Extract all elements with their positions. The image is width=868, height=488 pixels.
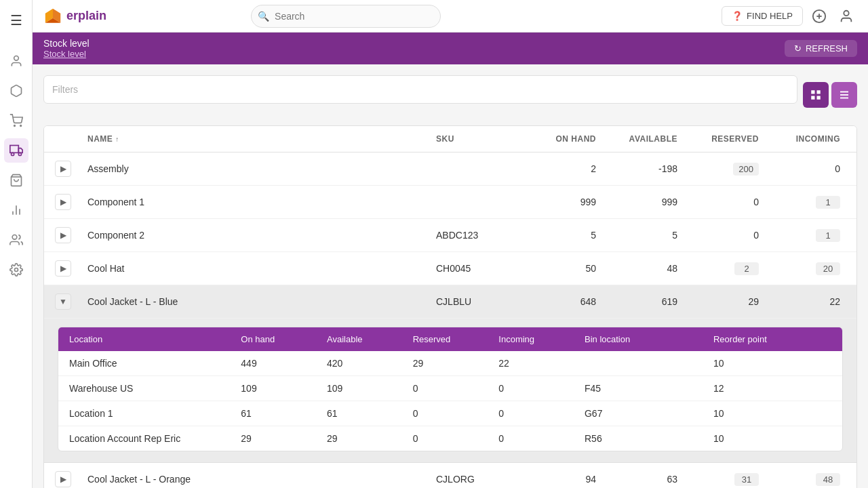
- row-available: 63: [607, 466, 688, 488]
- refresh-icon: ↻: [794, 43, 802, 54]
- breadcrumb-link[interactable]: Stock level: [43, 49, 90, 59]
- sort-icon: ↑: [115, 136, 119, 143]
- location-reserved: 29: [408, 351, 494, 375]
- svg-marker-4: [18, 148, 22, 153]
- expand-button[interactable]: ▶: [55, 471, 71, 487]
- row-expand-cell[interactable]: ▶: [50, 252, 82, 285]
- inner-col-location: Location: [64, 327, 235, 351]
- search-container: 🔍: [251, 5, 441, 28]
- sidebar-item-purchasing[interactable]: [4, 168, 28, 192]
- inner-col-incoming: Incoming: [493, 327, 579, 351]
- location-incoming: 22: [493, 351, 579, 375]
- sidebar-item-delivery[interactable]: [4, 138, 28, 163]
- topnav-right: ❓ FIND HELP: [722, 5, 857, 27]
- collapse-button[interactable]: ▼: [55, 293, 71, 310]
- col-onhand[interactable]: ON HAND: [526, 126, 607, 152]
- find-help-button[interactable]: ❓ FIND HELP: [722, 6, 803, 26]
- location-row: Warehouse US 109 109 0 0 F45 12: [58, 376, 842, 401]
- row-name: Component 2: [82, 222, 431, 249]
- row-incoming: 1: [770, 188, 851, 217]
- page-title: Stock level: [43, 38, 90, 49]
- row-onhand: 50: [526, 255, 607, 282]
- expand-button[interactable]: ▶: [55, 227, 71, 243]
- location-reserved: 0: [408, 376, 494, 401]
- svg-point-1: [14, 125, 15, 127]
- sidebar-item-settings[interactable]: [4, 258, 28, 282]
- row-reserved: 0: [688, 188, 770, 216]
- sidebar-item-sales[interactable]: [4, 108, 28, 133]
- location-row: Main Office 449 420 29 22 10: [58, 351, 842, 376]
- row-sku: CH0045: [431, 255, 526, 282]
- svg-rect-20: [811, 90, 814, 94]
- grid-view-button[interactable]: [803, 82, 829, 108]
- location-name: Location 1: [64, 401, 235, 426]
- row-sku: CJLORG: [431, 466, 526, 488]
- row-available: 5: [607, 222, 688, 249]
- col-incoming[interactable]: INCOMING: [770, 126, 851, 152]
- location-name: Location Account Rep Eric: [64, 426, 235, 451]
- location-reserved: 0: [408, 426, 494, 451]
- location-available: 109: [321, 376, 408, 401]
- row-expand-cell[interactable]: ▶: [50, 186, 82, 218]
- row-name: Cool Hat: [82, 255, 431, 282]
- row-reserved: 0: [688, 222, 770, 249]
- expand-button[interactable]: ▶: [55, 194, 71, 210]
- row-sku: ABDC123: [431, 222, 526, 249]
- table-header: NAME ↑ SKU ON HAND AVAILABLE RESERVED IN…: [44, 126, 856, 152]
- col-expand: [50, 126, 82, 152]
- table-row: ▶ Cool Jacket - L - Orange CJLORG 94 63 …: [44, 463, 856, 488]
- svg-point-0: [14, 56, 18, 61]
- breadcrumb-bar: Stock level Stock level ↻ REFRESH: [33, 33, 868, 64]
- sidebar-item-team[interactable]: [4, 228, 28, 252]
- row-name: Component 1: [82, 188, 431, 216]
- filters-bar[interactable]: Filters: [43, 75, 797, 104]
- user-button[interactable]: [835, 5, 857, 27]
- row-onhand: 2: [526, 155, 607, 182]
- refresh-label: REFRESH: [806, 43, 848, 54]
- row-available: 619: [607, 288, 688, 315]
- table-row: ▶ Component 2 ABDC123 5 5 0 1: [44, 219, 856, 252]
- search-icon: 🔍: [258, 11, 269, 22]
- add-button[interactable]: [808, 5, 830, 27]
- svg-point-12: [14, 268, 18, 272]
- location-onhand: 109: [235, 376, 321, 401]
- logo[interactable]: erplain: [43, 7, 106, 26]
- row-expand-cell[interactable]: ▼: [50, 285, 82, 318]
- col-name[interactable]: NAME ↑: [82, 126, 431, 152]
- col-available[interactable]: AVAILABLE: [607, 126, 688, 152]
- expand-button[interactable]: ▶: [55, 260, 71, 277]
- location-row: Location 1 61 61 0 0 G67 10: [58, 401, 842, 426]
- sidebar-item-reports[interactable]: [4, 198, 28, 222]
- row-onhand: 648: [526, 288, 607, 315]
- row-incoming: 0: [770, 155, 851, 182]
- row-expand-cell[interactable]: ▶: [50, 152, 82, 185]
- sidebar-item-contacts[interactable]: [4, 49, 28, 73]
- view-buttons: [803, 82, 857, 108]
- refresh-button[interactable]: ↻ REFRESH: [785, 40, 857, 57]
- sidebar: ☰: [0, 0, 33, 488]
- col-name-label: NAME: [87, 134, 113, 144]
- row-reserved: 200: [688, 155, 770, 184]
- row-name: Cool Jacket - L - Blue: [82, 288, 431, 315]
- row-expand-cell[interactable]: ▶: [50, 463, 82, 488]
- sidebar-item-inventory[interactable]: [4, 79, 28, 103]
- expand-button[interactable]: ▶: [55, 161, 71, 177]
- stock-table: NAME ↑ SKU ON HAND AVAILABLE RESERVED IN…: [43, 125, 857, 488]
- row-expand-cell[interactable]: ▶: [50, 219, 82, 251]
- list-view-button[interactable]: [831, 82, 857, 108]
- find-help-label: FIND HELP: [747, 11, 793, 21]
- content-area: Filters NAME ↑ SKU ON HAND: [33, 64, 868, 488]
- location-reorder: 10: [708, 401, 837, 426]
- search-input[interactable]: [251, 5, 441, 28]
- inner-col-available: Available: [321, 327, 408, 351]
- row-name: Assembly: [82, 155, 431, 182]
- row-onhand: 5: [526, 222, 607, 249]
- col-reserved[interactable]: RESERVED: [688, 126, 770, 152]
- row-available: -198: [607, 155, 688, 182]
- hamburger-menu[interactable]: ☰: [4, 8, 28, 33]
- row-name: Cool Jacket - L - Orange: [82, 466, 431, 488]
- location-incoming: 0: [493, 426, 579, 451]
- main-content: erplain 🔍 ❓ FIND HELP Stock level Stock …: [33, 0, 868, 488]
- col-sku[interactable]: SKU: [431, 126, 526, 152]
- svg-rect-3: [9, 146, 18, 153]
